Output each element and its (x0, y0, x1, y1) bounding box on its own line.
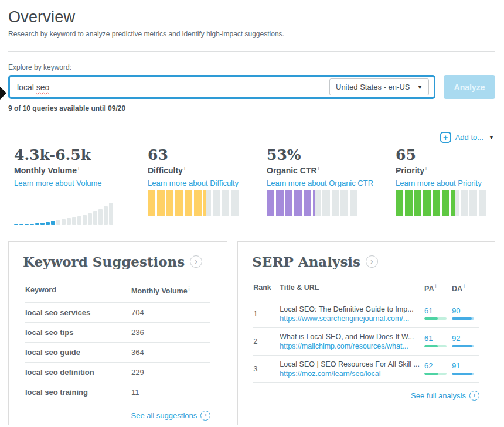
overview-page: Overview Research by keyword to analyze … (0, 0, 504, 427)
volume-bar (14, 224, 18, 225)
serp-table-body: 1Local SEO: The Definitive Guide to Imp.… (253, 300, 479, 382)
gauge-segment (194, 190, 202, 216)
search-box: local seo United States - en-US ▼ (8, 75, 435, 99)
info-icon[interactable]: i (435, 283, 436, 289)
learn-more-priority-link[interactable]: Learn more about Priority (396, 179, 495, 187)
info-icon[interactable]: i (184, 165, 185, 171)
pa-cell: 62 (424, 360, 452, 375)
pa-value[interactable]: 61 (424, 306, 452, 315)
title-url-cell: Local SEO | SEO Resources For All Skill … (280, 360, 424, 378)
da-value[interactable]: 90 (452, 306, 479, 315)
da-bar (452, 345, 474, 347)
info-icon[interactable]: i (318, 165, 319, 171)
keyword-input[interactable]: local seo (17, 83, 329, 92)
volume-cell: 364 (131, 348, 144, 357)
gauge-segment (332, 190, 339, 216)
volume-bar (72, 217, 76, 225)
volume-bar (93, 211, 97, 225)
gauge-segment (222, 190, 229, 216)
gauge-segment (479, 190, 486, 216)
gauge-segment (267, 190, 274, 216)
search-row: local seo United States - en-US ▼ Analyz… (8, 75, 495, 99)
gauge-segment (322, 190, 330, 216)
metric-label: Priorityi (396, 165, 495, 175)
result-url[interactable]: https://moz.com/learn/seo/local (280, 370, 420, 378)
page-subtitle: Research by keyword to analyze predictiv… (8, 30, 495, 38)
info-icon[interactable]: i (425, 165, 427, 171)
gauge-segment (304, 190, 311, 216)
volume-cell: 704 (131, 308, 144, 317)
volume-bar (25, 224, 29, 225)
gauge-segment (294, 190, 302, 216)
da-cell: 92 (452, 333, 479, 347)
gauge-segment (405, 190, 413, 216)
keyword-suggestions-title: Keyword Suggestions (23, 254, 185, 269)
volume-bar (46, 222, 50, 225)
gauge-segment (469, 190, 477, 216)
volume-bar (104, 206, 108, 225)
pa-bar-fill (424, 373, 438, 375)
gauge-segment (396, 190, 403, 216)
pa-cell: 61 (424, 333, 452, 347)
column-header-rank: Rank (253, 283, 280, 293)
pa-value[interactable]: 61 (424, 334, 452, 343)
see-all-suggestions-link[interactable]: See all suggestions › (131, 411, 211, 421)
learn-more-volume-link[interactable]: Learn more about Volume (14, 179, 148, 187)
gauge-segment (231, 190, 239, 216)
column-header-monthly-volume: Monthly Volumei (131, 286, 190, 295)
add-to-button[interactable]: + Add to... ▼ (440, 132, 494, 143)
rank-cell: 3 (253, 364, 280, 373)
organic-ctr-chart (267, 190, 357, 216)
keyword-suggestions-arrow-icon[interactable]: › (190, 255, 202, 268)
volume-bar (51, 221, 55, 225)
learn-more-organic-ctr-link[interactable]: Learn more about Organic CTR (267, 179, 396, 187)
info-icon[interactable]: i (464, 283, 465, 289)
keyword-cell: local seo tips (25, 328, 131, 337)
difficulty-chart (148, 190, 239, 216)
page-title: Overview (8, 8, 495, 26)
metric-value: 4.3k-6.5k (14, 146, 148, 163)
volume-bar (56, 220, 60, 225)
metric-organic-ctr: 53% Organic CTRi Learn more about Organi… (267, 146, 396, 225)
keyword-suggestions-table: Keyword Monthly Volumei local seo servic… (23, 282, 213, 421)
column-header-title-url: Title & URL (280, 283, 424, 293)
pa-bar (424, 345, 447, 347)
locale-dropdown[interactable]: United States - en-US ▼ (329, 78, 429, 95)
keyword-cell: local seo guide (25, 348, 131, 357)
keyword-cell: local seo definition (25, 368, 131, 377)
volume-cell: 236 (131, 328, 144, 337)
locale-selected-value: United States - en-US (336, 83, 410, 91)
info-icon[interactable]: i (78, 165, 79, 171)
gauge-segment (203, 190, 211, 216)
da-value[interactable]: 92 (452, 334, 479, 343)
result-url[interactable]: https://mailchimp.com/resources/what... (280, 342, 420, 350)
gauge-segment (185, 190, 192, 216)
result-title: Local SEO: The Definitive Guide to Imp..… (280, 305, 420, 313)
volume-bar (35, 223, 39, 225)
result-url[interactable]: https://www.searchenginejournal.com/... (280, 315, 420, 323)
learn-more-difficulty-link[interactable]: Learn more about Difficulty (148, 179, 267, 187)
analyze-button[interactable]: Analyze (444, 75, 495, 99)
keyword-text: local (17, 83, 36, 92)
metric-value: 65 (396, 146, 495, 163)
serp-analysis-title: SERP Analysis (252, 254, 360, 269)
gauge-segment (423, 190, 431, 216)
da-bar-fill (452, 317, 472, 320)
gauge-segment (148, 190, 155, 216)
see-full-analysis-link[interactable]: See full analysis › (411, 391, 479, 401)
serp-analysis-panel: SERP Analysis › Rank Title & URL PAi DAi… (237, 241, 495, 425)
serp-analysis-arrow-icon[interactable]: › (366, 255, 378, 268)
info-icon[interactable]: i (189, 286, 190, 292)
gauge-segment (175, 190, 183, 216)
pa-value[interactable]: 62 (424, 361, 452, 370)
metric-label: Difficultyi (148, 165, 267, 175)
pa-bar (424, 373, 447, 375)
volume-chart (14, 197, 117, 225)
column-header-pa: PAi (424, 283, 452, 293)
volume-bar (62, 219, 66, 225)
da-value[interactable]: 91 (452, 361, 479, 370)
result-title: Local SEO | SEO Resources For All Skill … (280, 360, 420, 368)
serp-analysis-title-row: SERP Analysis › (252, 254, 481, 269)
metric-priority: 65 Priorityi Learn more about Priority (396, 146, 495, 225)
table-row: local seo guide364 (25, 342, 210, 362)
